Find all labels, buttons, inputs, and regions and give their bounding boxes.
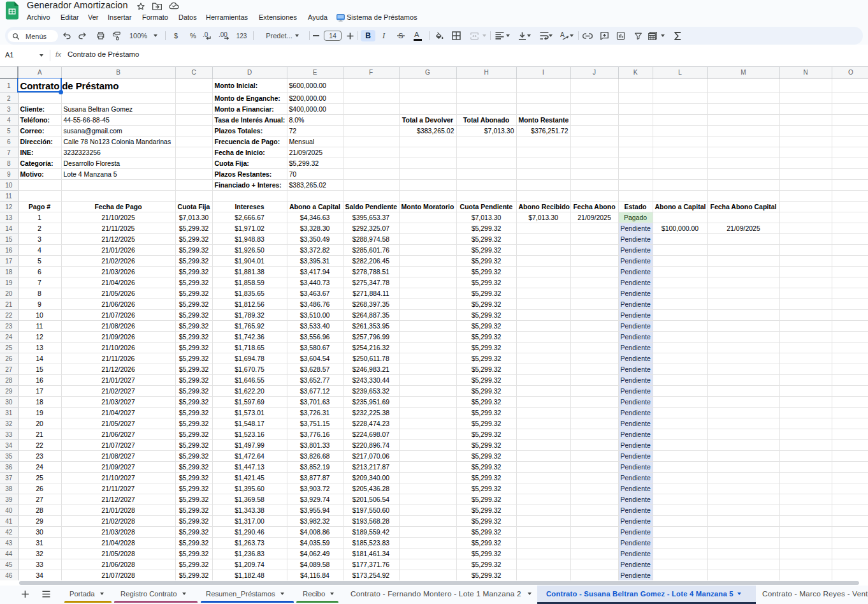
svg-text:.00: .00 — [219, 31, 228, 38]
svg-text:A: A — [560, 31, 565, 38]
